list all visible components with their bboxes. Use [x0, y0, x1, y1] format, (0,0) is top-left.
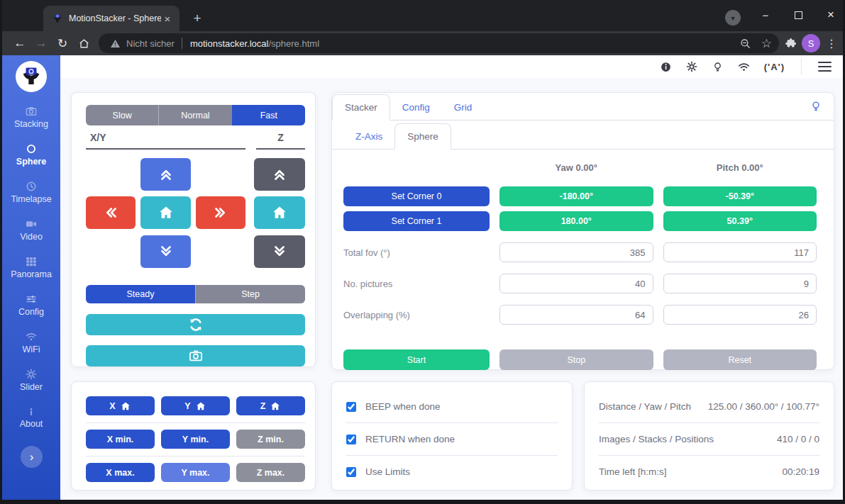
corner1-row: Set Corner 1 180.00° 50.39° — [343, 211, 817, 231]
sidebar-item-video[interactable]: Video — [2, 212, 60, 247]
camera-icon — [25, 105, 38, 118]
sidebar-item-label: Video — [20, 232, 43, 242]
reset-button[interactable]: Reset — [663, 349, 817, 370]
close-window-button[interactable]: × — [814, 0, 845, 30]
url-host: motionstacker.local — [190, 38, 269, 49]
use-limits-checkbox[interactable] — [346, 467, 356, 477]
start-button[interactable]: Start — [343, 349, 490, 370]
home-icon — [195, 401, 206, 412]
z-home-button[interactable] — [254, 196, 305, 229]
time-left-status-row: Time left [h:m:s] 00:20:19 — [599, 457, 819, 486]
minimize-button[interactable]: − — [749, 0, 782, 30]
xy-up-button[interactable] — [140, 158, 191, 191]
sidebar-item-wifi[interactable]: WiFi — [2, 325, 60, 360]
x-max-button[interactable]: X max. — [86, 463, 155, 482]
browser-update-icon[interactable]: ▾ — [725, 10, 741, 26]
tab-grid[interactable]: Grid — [442, 95, 485, 120]
maximize-button[interactable] — [782, 0, 814, 30]
wifi-icon[interactable] — [737, 60, 751, 74]
take-photo-button[interactable] — [86, 345, 305, 366]
set-corner-0-button[interactable]: Set Corner 0 — [343, 186, 490, 206]
min-button-row: X min. Y min. Z min. — [86, 430, 305, 449]
sidebar-item-timelapse[interactable]: Timelapse — [2, 174, 60, 210]
forward-button[interactable]: → — [31, 33, 52, 53]
page-content: Slow Normal Fast X/Y Z — [60, 78, 843, 500]
xy-down-button[interactable] — [140, 235, 191, 268]
xy-home-button[interactable] — [140, 196, 191, 229]
z-home-button[interactable]: Z — [236, 396, 305, 415]
profile-avatar[interactable]: S — [802, 34, 820, 52]
x-home-button[interactable]: X — [86, 396, 155, 415]
browser-tab[interactable]: MotionStacker - Sphere × — [43, 6, 180, 31]
xy-left-button[interactable] — [86, 196, 136, 229]
extensions-puzzle-icon[interactable] — [785, 37, 797, 50]
xy-right-button[interactable] — [196, 196, 245, 229]
sidebar-item-slider[interactable]: Slider — [2, 362, 60, 398]
sidebar-item-about[interactable]: About — [2, 400, 60, 435]
z-min-button[interactable]: Z min. — [236, 430, 305, 449]
sidebar-item-stacking[interactable]: Stacking — [2, 99, 60, 135]
divider — [346, 422, 558, 423]
home-button[interactable] — [73, 33, 94, 53]
yaw-header: Yaw 0.00° — [499, 162, 653, 173]
z-max-button[interactable]: Z max. — [236, 463, 305, 482]
y-home-button[interactable]: Y — [161, 396, 230, 415]
homing-card: X Y Z X min. Y min. Z min. X max. Y max. — [71, 381, 316, 491]
divider — [86, 456, 305, 457]
beep-checkbox[interactable] — [346, 402, 356, 412]
refresh-button[interactable] — [86, 314, 305, 335]
bookmark-star-icon[interactable]: ☆ — [761, 36, 772, 51]
field-label: Total fov (°) — [343, 247, 490, 258]
x-min-button[interactable]: X min. — [86, 430, 155, 449]
mode-steady-button[interactable]: Steady — [86, 285, 195, 303]
tab-close-icon[interactable]: × — [161, 12, 174, 25]
stop-button[interactable]: Stop — [499, 349, 653, 370]
return-checkbox[interactable] — [346, 435, 356, 444]
sidebar-toggle-button[interactable]: › — [21, 446, 43, 468]
gear-icon[interactable] — [685, 60, 698, 73]
new-tab-button[interactable]: + — [188, 10, 206, 27]
no-pictures-pitch-input[interactable] — [663, 274, 817, 293]
set-corner-1-button[interactable]: Set Corner 1 — [343, 211, 490, 231]
z-up-button[interactable] — [254, 158, 305, 191]
main-tab-bar: Stacker Config Grid — [332, 93, 834, 121]
divider — [599, 422, 819, 423]
sidebar-item-config[interactable]: Config — [2, 287, 60, 323]
button-label: Y — [184, 401, 190, 411]
column-header-row: Yaw 0.00° Pitch 0.00° — [343, 162, 817, 181]
mode-step-button[interactable]: Step — [195, 285, 305, 303]
back-button[interactable]: ← — [9, 33, 31, 53]
z-down-button[interactable] — [254, 235, 305, 268]
speed-normal-button[interactable]: Normal — [158, 105, 231, 125]
button-label: X — [109, 401, 115, 411]
no-pictures-yaw-input[interactable] — [499, 274, 653, 293]
speed-slow-button[interactable]: Slow — [86, 105, 158, 125]
sidebar-item-panorama[interactable]: Panorama — [2, 250, 60, 285]
y-min-button[interactable]: Y min. — [161, 430, 230, 449]
browser-menu-icon[interactable]: ⋮ — [824, 37, 839, 50]
info-icon[interactable] — [660, 61, 672, 73]
chevron-double-down-icon — [271, 243, 288, 260]
reload-button[interactable]: ↻ — [52, 33, 73, 53]
overlapping-pitch-input[interactable] — [663, 305, 817, 325]
subtab-z-axis[interactable]: Z-Axis — [343, 124, 394, 149]
tab-config[interactable]: Config — [390, 95, 442, 120]
sidebar-item-sphere[interactable]: Sphere — [2, 137, 60, 172]
status-card: Distance / Yaw / Pitch 125.00 / 360.00° … — [584, 381, 834, 491]
toolbar-right: S ⋮ — [785, 34, 839, 52]
speed-fast-button[interactable]: Fast — [232, 105, 305, 125]
total-fov-pitch-input[interactable] — [663, 242, 817, 262]
subtab-sphere[interactable]: Sphere — [394, 123, 451, 150]
hamburger-menu-icon[interactable] — [818, 62, 832, 72]
total-fov-yaw-input[interactable] — [499, 242, 653, 262]
y-max-button[interactable]: Y max. — [161, 463, 230, 482]
url-bar[interactable]: Nicht sicher motionstacker.local /sphere… — [99, 33, 779, 53]
hint-lightbulb-icon[interactable] — [810, 100, 822, 113]
app-logo[interactable] — [16, 61, 47, 92]
access-point-icon[interactable]: ('A') — [764, 62, 785, 72]
lightbulb-icon[interactable] — [712, 61, 724, 73]
zoom-out-icon[interactable] — [739, 38, 751, 50]
tab-stacker[interactable]: Stacker — [332, 94, 390, 121]
button-label: Z — [260, 401, 266, 411]
overlapping-yaw-input[interactable] — [499, 305, 653, 325]
